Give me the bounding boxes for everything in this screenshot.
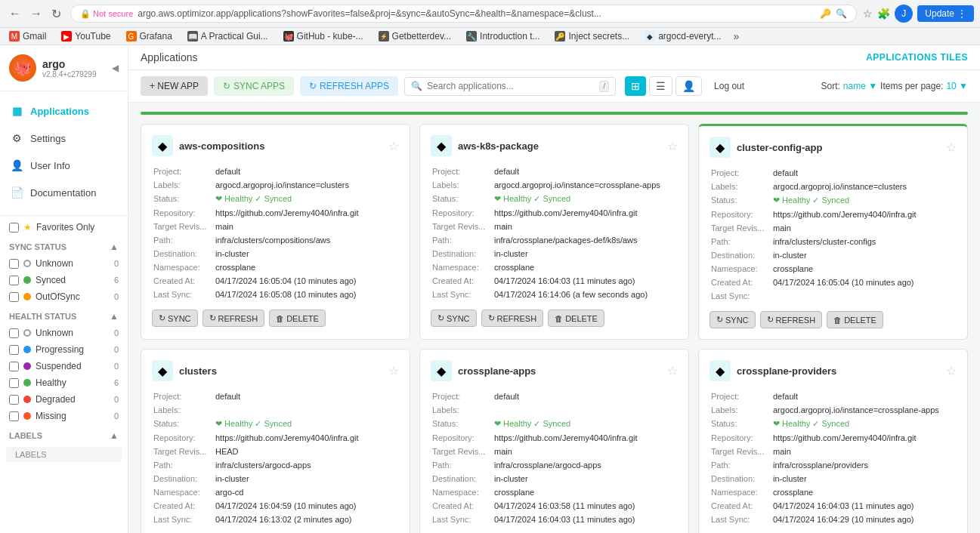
search-input[interactable] (427, 81, 595, 91)
reload-button[interactable]: ↻ (48, 5, 64, 23)
health-filter-healthy[interactable]: Healthy 6 (0, 374, 128, 391)
sidebar-nav: ▦ Applications ⚙ Settings 👤 User Info 📄 … (0, 91, 128, 212)
bookmark-argocd[interactable]: ◆ argocd-everyt... (641, 29, 724, 43)
app-card-star-6[interactable]: ☆ (946, 364, 957, 378)
bookmark-gmail[interactable]: M Gmail (6, 29, 49, 43)
refresh-button-2[interactable]: ↻ REFRESH (481, 310, 544, 327)
bookmark-introduction[interactable]: 🔧 Introduction t... (463, 29, 543, 43)
back-button[interactable]: ← (6, 5, 24, 23)
extensions-button[interactable]: 🧩 (877, 8, 890, 20)
health-status-toggle[interactable]: ▲ (110, 311, 119, 322)
bookmark-grafana[interactable]: G Grafana (123, 29, 175, 43)
delete-button-1[interactable]: 🗑 DELETE (269, 310, 326, 327)
health-filter-missing[interactable]: Missing 0 (0, 408, 128, 424)
address-bar[interactable]: 🔒 Not secure argo.aws.optimizor.app/appl… (70, 5, 857, 23)
bookmark-getbetterdev[interactable]: ⚡ Getbetterdev... (376, 29, 455, 43)
more-bookmarks-icon[interactable]: » (734, 30, 740, 42)
sync-outof-checkbox[interactable] (9, 292, 19, 302)
app-card-star-5[interactable]: ☆ (667, 364, 678, 378)
synced-text-1: Synced (264, 194, 292, 203)
sidebar-item-settings[interactable]: ⚙ Settings (0, 125, 128, 152)
sync-synced-checkbox[interactable] (9, 276, 19, 285)
app-card-star-2[interactable]: ☆ (667, 139, 678, 153)
status-value-6: ❤ Healthy ✓ Synced (773, 417, 955, 430)
health-filter-degraded[interactable]: Degraded 0 (0, 391, 128, 408)
delete-button-2[interactable]: 🗑 DELETE (548, 310, 604, 327)
forward-button[interactable]: → (27, 5, 45, 23)
labels-input[interactable]: LABELS (6, 447, 122, 462)
health-unknown-checkbox[interactable] (9, 328, 19, 338)
app-card-star-1[interactable]: ☆ (388, 139, 399, 153)
path-value-3: infra/clusters/cluster-configs (773, 236, 955, 248)
dest-value-4: in-cluster (215, 473, 397, 485)
target-value-6: main (773, 445, 955, 458)
new-app-button[interactable]: + NEW APP (141, 76, 208, 96)
health-missing-count: 0 (114, 411, 119, 421)
bookmark-github-kube[interactable]: 🐙 GitHub - kube-... (280, 29, 366, 43)
health-healthy-checkbox[interactable] (9, 378, 19, 388)
path-label-5: Path: (432, 459, 493, 471)
summary-view-button[interactable]: 👤 (675, 76, 702, 96)
dest-label-6: Destination: (711, 473, 771, 485)
labels-toggle[interactable]: ▲ (110, 430, 119, 441)
dest-value-5: in-cluster (494, 473, 676, 485)
refresh-apps-button[interactable]: ↻ REFRESH APPS (300, 76, 398, 96)
bookmark-youtube[interactable]: ▶ YouTube (58, 29, 113, 43)
app-card-name-5: crossplane-apps (458, 365, 661, 377)
refresh-button-1[interactable]: ↻ REFRESH (202, 310, 265, 327)
bookmark-button[interactable]: ☆ (863, 8, 873, 20)
target-value-4: HEAD (215, 445, 397, 458)
sync-apps-button[interactable]: ↻ SYNC APPS (214, 76, 294, 96)
status-value-2: ❤ Healthy ✓ Synced (494, 193, 676, 205)
status-label-1: Status: (153, 193, 214, 205)
items-per-page-button[interactable]: 10 ▼ (946, 81, 968, 91)
health-missing-checkbox[interactable] (9, 411, 19, 421)
favorites-only-checkbox[interactable] (9, 223, 19, 233)
favorites-only-filter[interactable]: ★ Favorites Only (0, 219, 128, 236)
health-degraded-checkbox[interactable] (9, 395, 19, 405)
sync-button-1[interactable]: ↻ SYNC (152, 310, 198, 327)
repo-label-6: Repository: (711, 432, 771, 444)
health-unknown-label: Unknown (36, 328, 73, 338)
profile-button[interactable]: J (895, 5, 913, 23)
app-card-aws-compositions: ◆ aws-compositions ☆ Project:default Lab… (141, 124, 410, 340)
bookmark-inject-secrets[interactable]: 🔑 Inject secrets... (552, 29, 632, 43)
update-icon: ⋮ (957, 8, 966, 19)
health-progressing-checkbox[interactable] (9, 345, 19, 355)
applications-tiles-button[interactable]: APPLICATIONS TILES (866, 52, 968, 63)
app-card-clusters: ◆ clusters ☆ Project:default Labels: Sta… (141, 349, 410, 533)
health-filter-unknown[interactable]: Unknown 0 (0, 325, 128, 341)
sync-button-2[interactable]: ↻ SYNC (431, 310, 477, 327)
sidebar-item-applications[interactable]: ▦ Applications (0, 97, 128, 125)
sidebar-item-user-info[interactable]: 👤 User Info (0, 152, 128, 179)
health-filter-suspended[interactable]: Suspended 0 (0, 358, 128, 374)
sidebar-collapse-icon[interactable]: ◀ (112, 63, 119, 73)
app-container: 🐙 argo v2.8.4+c279299 ◀ ▦ Applications ⚙… (0, 45, 980, 533)
sync-filter-synced[interactable]: Synced 6 (0, 272, 128, 288)
health-suspended-checkbox[interactable] (9, 362, 19, 371)
sync-filter-outof[interactable]: OutOfSync 0 (0, 288, 128, 305)
grid-view-button[interactable]: ⊞ (625, 76, 646, 96)
app-card-star-3[interactable]: ☆ (946, 140, 957, 155)
sync-filter-unknown[interactable]: Unknown 0 (0, 255, 128, 272)
sync-button-3[interactable]: ↻ SYNC (709, 311, 756, 328)
update-button[interactable]: Update ⋮ (917, 5, 974, 22)
sync-apps-label: SYNC APPS (233, 81, 285, 91)
app-card-name-6: crossplane-providers (737, 365, 940, 377)
app-card-name-4: clusters (179, 365, 382, 377)
sort-name-button[interactable]: name ▼ (843, 81, 877, 91)
refresh-button-3[interactable]: ↻ REFRESH (760, 311, 823, 328)
health-filter-progressing[interactable]: Progressing 0 (0, 341, 128, 358)
list-view-button[interactable]: ☰ (649, 76, 672, 96)
sync-unknown-checkbox[interactable] (9, 259, 19, 269)
youtube-icon: ▶ (61, 31, 72, 42)
labels-label-1: Labels: (153, 179, 214, 191)
repo-label-3: Repository: (711, 208, 771, 220)
logout-button[interactable]: Log out (708, 78, 750, 94)
app-grid-wrapper: ◆ aws-compositions ☆ Project:default Lab… (128, 103, 980, 533)
app-card-star-4[interactable]: ☆ (388, 364, 399, 378)
sync-status-toggle[interactable]: ▲ (110, 242, 119, 252)
sidebar-item-documentation[interactable]: 📄 Documentation (0, 179, 128, 206)
bookmark-practical-guide[interactable]: 📖 A Practical Gui... (184, 29, 271, 43)
delete-button-3[interactable]: 🗑 DELETE (827, 311, 883, 328)
